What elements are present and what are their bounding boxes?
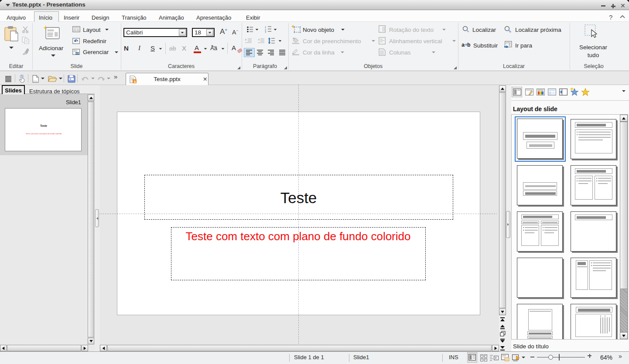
svg-text:a: a xyxy=(461,42,465,48)
svg-text:3: 3 xyxy=(265,31,266,33)
svg-text:b: b xyxy=(467,42,470,48)
